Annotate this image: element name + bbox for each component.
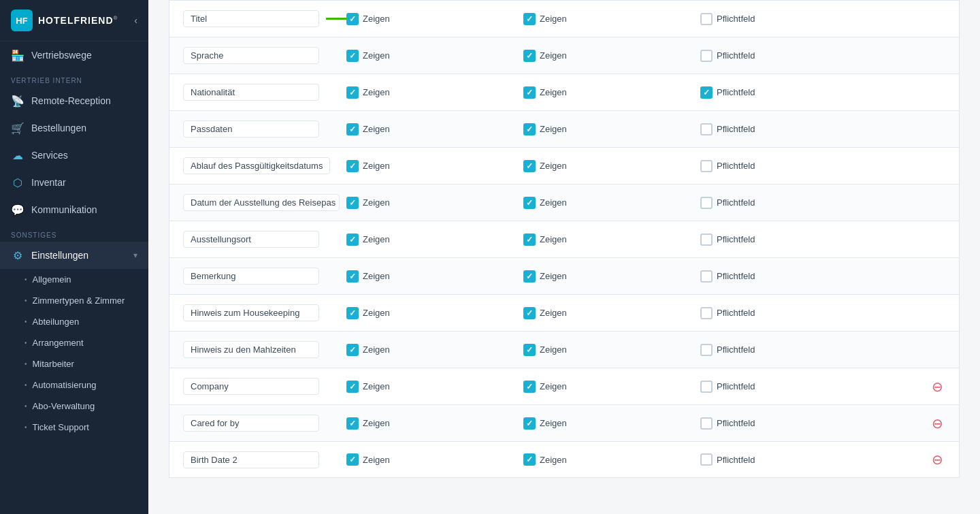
checkbox-icon-3[interactable] [700,86,713,99]
show-checkbox-1[interactable]: Zeigen [346,86,390,99]
show-checkbox-2[interactable]: Zeigen [523,381,567,393]
kommunikation-icon: 💬 [11,203,24,216]
show-checkbox-1[interactable]: Zeigen [346,13,390,25]
sidebar-sub-abteilungen[interactable]: Abteilungen [0,311,148,332]
sidebar-item-services[interactable]: ☁ Services [0,142,148,169]
sidebar-sub-abo-verwaltung[interactable]: Abo-Verwaltung [0,396,148,417]
pflichtfeld-checkbox[interactable]: Pflichtfeld [700,13,755,25]
pflichtfeld-checkbox[interactable]: Pflichtfeld [700,234,755,246]
checkbox-icon-3[interactable] [700,160,713,172]
show-checkbox-2[interactable]: Zeigen [523,417,567,430]
sidebar-item-inventar[interactable]: ⬡ Inventar [0,169,148,196]
show-checkbox-2[interactable]: Zeigen [523,307,567,319]
pflichtfeld-checkbox[interactable]: Pflichtfeld [700,50,755,62]
show-checkbox-1[interactable]: Zeigen [346,123,390,135]
checkbox-icon-1[interactable] [346,50,359,62]
remove-button[interactable]: ⊖ [929,451,945,468]
show-checkbox-1[interactable]: Zeigen [346,160,390,172]
show-checkbox-1[interactable]: Zeigen [346,381,390,393]
checkbox-icon-3[interactable] [700,270,713,283]
checkbox-icon-2[interactable] [523,381,536,393]
checkbox-icon-3[interactable] [700,197,713,209]
show-checkbox-2[interactable]: Zeigen [523,234,567,246]
show-checkbox-1[interactable]: Zeigen [346,453,390,466]
checkbox-icon-2[interactable] [523,86,536,99]
pflichtfeld-checkbox[interactable]: Pflichtfeld [700,453,755,466]
pflichtfeld-checkbox[interactable]: Pflichtfeld [700,86,755,99]
checkbox-icon-2[interactable] [523,160,536,172]
show-checkbox-2[interactable]: Zeigen [523,50,567,62]
checkbox-icon-1[interactable] [346,13,359,25]
show-checkbox-1[interactable]: Zeigen [346,417,390,430]
checkbox-icon-3[interactable] [700,381,713,393]
checkbox-icon-3[interactable] [700,13,713,25]
checkbox-icon-2[interactable] [523,453,536,466]
show-checkbox-1[interactable]: Zeigen [346,344,390,356]
sidebar-sub-arrangement[interactable]: Arrangement [0,332,148,353]
checkbox-icon-2[interactable] [523,307,536,319]
checkbox-icon-1[interactable] [346,123,359,135]
sidebar-sub-zimmertypen[interactable]: Zimmertypen & Zimmer [0,290,148,311]
checkbox-icon-3[interactable] [700,123,713,135]
checkbox-icon-2[interactable] [523,234,536,246]
remove-button[interactable]: ⊖ [929,379,945,395]
sidebar-item-kommunikation[interactable]: 💬 Kommunikation [0,196,148,223]
pflichtfeld-checkbox[interactable]: Pflichtfeld [700,344,755,356]
show-checkbox-2[interactable]: Zeigen [523,86,567,99]
show-checkbox-2[interactable]: Zeigen [523,197,567,209]
sidebar-item-einstellungen[interactable]: ⚙ Einstellungen ▾ [0,242,148,269]
checkbox-icon-3[interactable] [700,50,713,62]
checkbox-icon-2[interactable] [523,344,536,356]
pflichtfeld-checkbox[interactable]: Pflichtfeld [700,197,755,209]
checkbox-icon-1[interactable] [346,197,359,209]
show-checkbox-2[interactable]: Zeigen [523,270,567,283]
checkbox-icon-1[interactable] [346,417,359,430]
show-checkbox-1[interactable]: Zeigen [346,307,390,319]
sidebar-item-bestellungen[interactable]: 🛒 Bestellungen [0,114,148,142]
remote-reception-icon: 📡 [11,94,24,108]
checkbox-icon-1[interactable] [346,234,359,246]
pflichtfeld-checkbox[interactable]: Pflichtfeld [700,160,755,172]
checkbox-icon-1[interactable] [346,270,359,283]
show-checkbox-1[interactable]: Zeigen [346,50,390,62]
checkbox-icon-3[interactable] [700,453,713,466]
checkbox-icon-1[interactable] [346,344,359,356]
checkbox-icon-3[interactable] [700,234,713,246]
sidebar-sub-mitarbeiter[interactable]: Mitarbeiter [0,353,148,374]
show-checkbox-2[interactable]: Zeigen [523,344,567,356]
checkbox-icon-3[interactable] [700,417,713,430]
checkbox-icon-2[interactable] [523,13,536,25]
pflichtfeld-checkbox[interactable]: Pflichtfeld [700,307,755,319]
show-label-1: Zeigen [363,87,390,97]
checkbox-icon-1[interactable] [346,307,359,319]
checkbox-icon-1[interactable] [346,160,359,172]
pflichtfeld-checkbox[interactable]: Pflichtfeld [700,417,755,430]
show-checkbox-2[interactable]: Zeigen [523,160,567,172]
remove-button[interactable]: ⊖ [929,415,945,432]
pflichtfeld-checkbox[interactable]: Pflichtfeld [700,123,755,135]
sidebar-sub-automatisierung[interactable]: Automatisierung [0,374,148,396]
checkbox-icon-2[interactable] [523,417,536,430]
checkbox-icon-2[interactable] [523,123,536,135]
pflichtfeld-checkbox[interactable]: Pflichtfeld [700,270,755,283]
show-checkbox-1[interactable]: Zeigen [346,197,390,209]
sidebar-sub-allgemein[interactable]: Allgemein [0,269,148,290]
show-checkbox-2[interactable]: Zeigen [523,13,567,25]
sidebar-sub-ticket-support[interactable]: Ticket Support [0,417,148,438]
checkbox-icon-1[interactable] [346,381,359,393]
checkbox-icon-3[interactable] [700,344,713,356]
show-checkbox-2[interactable]: Zeigen [523,453,567,466]
sidebar-item-vertriebswege[interactable]: 🏪 Vertriebswege [0,42,148,69]
show-checkbox-2[interactable]: Zeigen [523,123,567,135]
checkbox-icon-3[interactable] [700,307,713,319]
checkbox-icon-2[interactable] [523,270,536,283]
show-checkbox-1[interactable]: Zeigen [346,270,390,283]
checkbox-icon-2[interactable] [523,197,536,209]
sidebar-collapse-icon[interactable]: ‹ [134,15,137,26]
checkbox-icon-1[interactable] [346,453,359,466]
show-checkbox-1[interactable]: Zeigen [346,234,390,246]
checkbox-icon-2[interactable] [523,50,536,62]
sidebar-item-remote-reception[interactable]: 📡 Remote-Reception [0,87,148,114]
pflichtfeld-checkbox[interactable]: Pflichtfeld [700,381,755,393]
checkbox-icon-1[interactable] [346,86,359,99]
